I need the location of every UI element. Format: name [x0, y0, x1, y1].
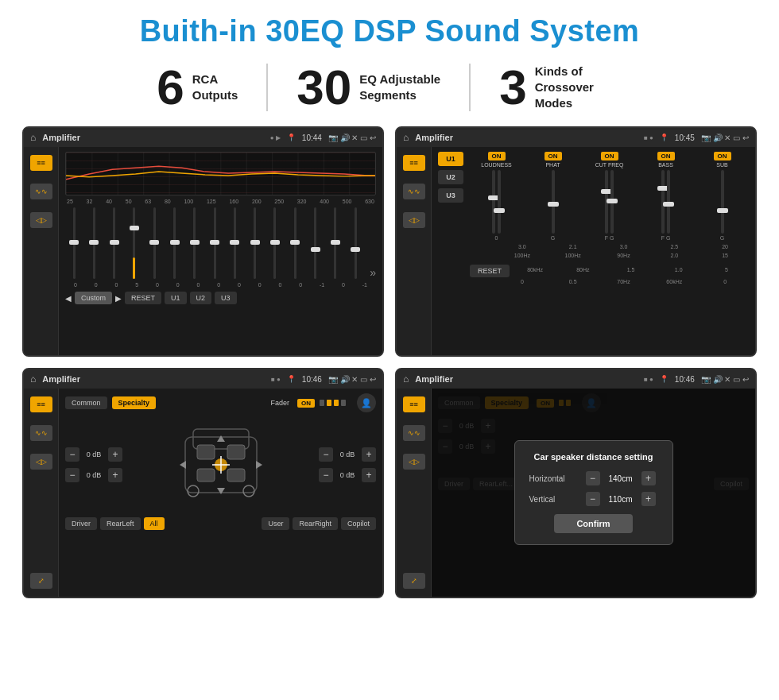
dl-sidebar-wave-icon[interactable]: ∿∿ — [403, 425, 425, 441]
eq-slider-13[interactable] — [306, 207, 324, 279]
dialog-vertical-value: 110cm — [605, 495, 637, 504]
freq-25: 25 — [67, 199, 73, 204]
eq-slider-14[interactable] — [327, 207, 344, 279]
dl-sidebar-eq-icon[interactable]: ≡≡ — [403, 396, 425, 412]
vol-row-fl: − 0 dB + — [65, 447, 122, 462]
speaker-settings-btn[interactable]: 👤 — [357, 393, 376, 412]
sub-slider-g[interactable] — [721, 170, 724, 234]
fader-bar-4 — [341, 400, 346, 406]
sp-copilot-btn[interactable]: Copilot — [341, 517, 376, 530]
eq-main: 25 32 40 50 63 80 100 125 160 200 250 32… — [59, 147, 382, 355]
eq-reset-btn[interactable]: RESET — [125, 292, 161, 304]
eq-slider-4[interactable] — [126, 207, 143, 279]
sp-all-btn[interactable]: All — [144, 517, 165, 530]
dialog-horizontal-minus-btn[interactable]: − — [586, 471, 600, 485]
eq-track-1 — [73, 207, 76, 279]
loudness-slider-1[interactable] — [492, 170, 495, 234]
eq-u2-btn[interactable]: U2 — [190, 292, 212, 304]
eq-sidebar-wave-icon[interactable]: ∿∿ — [30, 184, 52, 199]
vol-rr-plus-btn[interactable]: + — [362, 468, 376, 482]
ctrl-sub: ON SUB G — [696, 152, 749, 241]
eq-thumb-9 — [230, 240, 239, 245]
sp-driver-btn[interactable]: Driver — [65, 517, 97, 530]
eq-thumb-13 — [311, 247, 320, 252]
eq-next-btn[interactable]: ▶ — [115, 294, 122, 303]
sp-rearright-btn[interactable]: RearRight — [293, 517, 338, 530]
home-icon[interactable]: ⌂ — [30, 132, 36, 143]
eq-sidebar-vol-icon[interactable]: ◁▷ — [30, 212, 52, 228]
main-title: Buith-in 30EQ DSP Sound System — [22, 14, 757, 48]
vol-fr-plus-btn[interactable]: + — [362, 447, 376, 462]
svg-rect-6 — [197, 469, 215, 481]
dialog-vertical-plus-btn[interactable]: + — [641, 492, 656, 506]
dl-sidebar-expand-icon[interactable]: ⤢ — [403, 573, 425, 589]
eq-slider-12[interactable] — [286, 207, 304, 279]
phat-on-badge: ON — [545, 152, 562, 160]
cutfreq-sliders — [605, 170, 614, 234]
bass-label: BASS — [658, 162, 673, 168]
sp-sidebar-eq-icon[interactable]: ≡≡ — [30, 396, 52, 412]
eq-track-3 — [113, 207, 115, 279]
loudness-slider-2[interactable] — [498, 170, 501, 234]
preset-u2-btn[interactable]: U2 — [438, 170, 463, 184]
dialog-horizontal-plus-btn[interactable]: + — [641, 471, 656, 485]
dl-sidebar-vol-icon[interactable]: ◁▷ — [403, 454, 425, 470]
dialog-confirm-btn[interactable]: Confirm — [554, 514, 632, 533]
eq-thumb-11 — [270, 240, 280, 245]
cutfreq-on-badge: ON — [601, 152, 618, 160]
crossover-controls-row: ON LOUDNESS — [470, 152, 749, 241]
vol-fl-plus-btn[interactable]: + — [108, 447, 122, 462]
eq-track-8 — [214, 207, 216, 279]
cr-sidebar-wave-icon[interactable]: ∿∿ — [403, 184, 425, 199]
eq-thumb-12 — [290, 240, 300, 245]
eq-prev-btn[interactable]: ◀ — [65, 294, 72, 303]
sp-sidebar-wave-icon[interactable]: ∿∿ — [30, 425, 52, 441]
crossover-home-icon[interactable]: ⌂ — [403, 132, 409, 143]
ctrl-bass: ON BASS — [639, 152, 692, 241]
eq-slider-8[interactable] — [206, 207, 223, 279]
svg-marker-12 — [217, 488, 225, 494]
dialog-vertical-minus-btn[interactable]: − — [586, 492, 600, 506]
eq-slider-2[interactable] — [85, 207, 103, 279]
vol-rr-minus-btn[interactable]: − — [319, 468, 333, 482]
eq-slider-9[interactable] — [226, 207, 243, 279]
sp-tab-specialty[interactable]: Specialty — [112, 396, 157, 409]
crossover-location-icon: 📍 — [660, 133, 669, 141]
eq-slider-3[interactable] — [106, 207, 123, 279]
speaker-home-icon[interactable]: ⌂ — [30, 373, 36, 385]
cr-sidebar-vol-icon[interactable]: ◁▷ — [403, 212, 425, 228]
cutfreq-slider-g[interactable] — [610, 170, 614, 234]
eq-slider-5[interactable] — [145, 207, 163, 279]
eq-custom-btn[interactable]: Custom — [75, 292, 112, 304]
eq-slider-15[interactable] — [347, 207, 364, 279]
sp-user-btn[interactable]: User — [262, 517, 289, 530]
crossover-topbar-icons: 📷 🔊 ✕ ▭ ↩ — [701, 133, 749, 142]
eq-u1-btn[interactable]: U1 — [165, 292, 187, 304]
preset-u3-btn[interactable]: U3 — [438, 188, 463, 203]
sp-rearleft-btn[interactable]: RearLeft — [100, 517, 141, 530]
dialog-home-icon[interactable]: ⌂ — [403, 373, 409, 385]
sp-sidebar-vol-icon[interactable]: ◁▷ — [30, 454, 52, 470]
crossover-main-area: U1 U2 U3 ON LOUDNESS — [432, 147, 755, 355]
vol-rl-minus-btn[interactable]: − — [65, 468, 79, 482]
preset-u1-btn[interactable]: U1 — [438, 152, 463, 166]
eq-sidebar: ≡≡ ∿∿ ◁▷ — [24, 147, 59, 355]
bass-slider-g[interactable] — [667, 170, 670, 234]
vol-rl-plus-btn[interactable]: + — [108, 468, 122, 482]
eq-slider-11[interactable] — [266, 207, 284, 279]
sp-sidebar-expand-icon[interactable]: ⤢ — [30, 573, 52, 589]
crossover-reset-btn[interactable]: RESET — [470, 265, 510, 277]
eq-slider-6[interactable] — [165, 207, 183, 279]
eq-slider-1[interactable] — [65, 207, 83, 279]
eq-slider-7[interactable] — [186, 207, 203, 279]
phat-slider-1[interactable] — [552, 170, 555, 234]
cr-sidebar-eq-icon[interactable]: ≡≡ — [403, 155, 425, 171]
vol-fr-minus-btn[interactable]: − — [319, 447, 333, 462]
eq-sidebar-eq-icon[interactable]: ≡≡ — [30, 155, 52, 171]
speaker-location-icon: 📍 — [287, 375, 296, 383]
eq-slider-10[interactable] — [246, 207, 264, 279]
eq-u3-btn[interactable]: U3 — [215, 292, 237, 304]
dialog-location-icon: 📍 — [660, 375, 669, 383]
sp-tab-common[interactable]: Common — [65, 396, 107, 409]
vol-fl-minus-btn[interactable]: − — [65, 447, 79, 462]
